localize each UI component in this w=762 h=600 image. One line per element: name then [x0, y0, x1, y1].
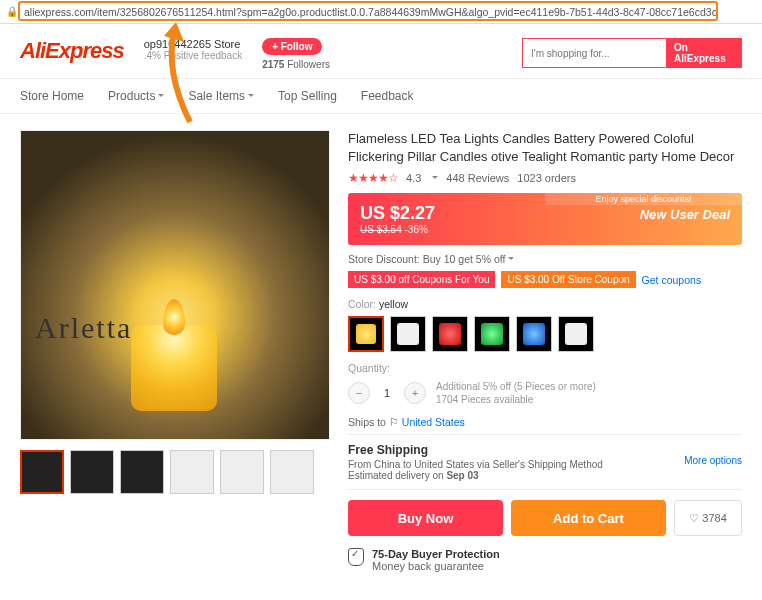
- search-input[interactable]: [523, 39, 666, 67]
- swatch-yellow[interactable]: [348, 316, 384, 352]
- buyer-protection: 75-Day Buyer Protection Money back guara…: [348, 548, 742, 572]
- store-coupon[interactable]: US $3.00 Off Store Coupon: [501, 271, 635, 288]
- main-product-image[interactable]: [20, 130, 330, 440]
- lock-icon: 🔒: [6, 6, 18, 17]
- ships-to[interactable]: Ships to ⚐ United States: [348, 416, 742, 428]
- nav-top-selling[interactable]: Top Selling: [278, 89, 337, 103]
- buy-now-button[interactable]: Buy Now: [348, 500, 503, 536]
- thumbnail-1[interactable]: [20, 450, 64, 494]
- store-discount[interactable]: Store Discount: Buy 10 get 5% off: [348, 253, 742, 265]
- nav-store-home[interactable]: Store Home: [20, 89, 84, 103]
- color-label: Color: yellow: [348, 298, 742, 310]
- thumbnail-4[interactable]: [170, 450, 214, 494]
- quantity-row: − 1 + Additional 5% off (5 Pieces or mor…: [348, 380, 742, 406]
- get-coupons-link[interactable]: Get coupons: [642, 274, 702, 286]
- swatch-clear[interactable]: [558, 316, 594, 352]
- thumbnail-2[interactable]: [70, 450, 114, 494]
- product-title: Flameless LED Tea Lights Candles Battery…: [348, 130, 742, 165]
- search-button[interactable]: On AliExpress: [666, 39, 741, 67]
- store-name[interactable]: op910442265 Store: [144, 38, 242, 50]
- orders-count: 1023 orders: [517, 172, 576, 184]
- wishlist-button[interactable]: ♡ 3784: [674, 500, 742, 536]
- shipping-from: From China to United States via Seller's…: [348, 459, 742, 470]
- star-icons: ★★★★☆: [348, 171, 398, 185]
- search-bar: On AliExpress: [522, 38, 742, 68]
- swatch-green[interactable]: [474, 316, 510, 352]
- thumbnail-5[interactable]: [220, 450, 264, 494]
- shipping-title: Free Shipping: [348, 443, 742, 457]
- quantity-label: Quantity:: [348, 362, 742, 374]
- coupon-for-you[interactable]: US $3.00 off Coupons For You: [348, 271, 495, 288]
- thumbnail-row: [20, 450, 330, 494]
- nav-feedback[interactable]: Feedback: [361, 89, 414, 103]
- thumbnail-6[interactable]: [270, 450, 314, 494]
- rating-value: 4.3: [406, 172, 421, 184]
- qty-note: Additional 5% off (5 Pieces or more)1704…: [436, 380, 596, 406]
- swatch-white[interactable]: [390, 316, 426, 352]
- thumbnail-3[interactable]: [120, 450, 164, 494]
- coupon-row: US $3.00 off Coupons For You US $3.00 Of…: [348, 271, 742, 288]
- store-nav: Store Home Products Sale Items Top Selli…: [0, 78, 762, 114]
- qty-decrease-button[interactable]: −: [348, 382, 370, 404]
- flag-icon: ⚐: [389, 416, 399, 428]
- shipping-box: Free Shipping From China to United State…: [348, 434, 742, 490]
- product-details: Flameless LED Tea Lights Candles Battery…: [348, 130, 742, 572]
- qty-increase-button[interactable]: +: [404, 382, 426, 404]
- more-options-link[interactable]: More options: [684, 455, 742, 466]
- old-price: US $3.54 -36%: [360, 224, 730, 235]
- swatch-red[interactable]: [432, 316, 468, 352]
- nav-sale-items[interactable]: Sale Items: [188, 89, 254, 103]
- rating-caret[interactable]: [429, 172, 438, 184]
- store-info: op910442265 Store .4% Positive feedback: [144, 38, 242, 61]
- shield-icon: [348, 548, 364, 566]
- qty-value: 1: [378, 387, 396, 399]
- nav-products[interactable]: Products: [108, 89, 164, 103]
- price-box: Enjoy special discounts! US $2.27 US $3.…: [348, 193, 742, 245]
- store-feedback: .4% Positive feedback: [144, 50, 242, 61]
- shipping-estimate: Estimated delivery on Sep 03: [348, 470, 742, 481]
- browser-url-bar[interactable]: 🔒 aliexpress.com/item/3256802676511254.h…: [0, 0, 762, 24]
- protection-subtitle: Money back guarantee: [372, 560, 500, 572]
- reviews-link[interactable]: 448 Reviews: [446, 172, 509, 184]
- follow-button[interactable]: + Follow: [262, 38, 322, 55]
- site-header: AliExpress op910442265 Store .4% Positiv…: [0, 24, 762, 78]
- action-row: Buy Now Add to Cart ♡ 3784: [348, 500, 742, 536]
- heart-icon: ♡: [689, 512, 699, 525]
- new-user-deal-badge: New User Deal: [640, 207, 730, 222]
- protection-title: 75-Day Buyer Protection: [372, 548, 500, 560]
- rating-row: ★★★★☆ 4.3 448 Reviews 1023 orders: [348, 171, 742, 185]
- url-text: aliexpress.com/item/3256802676511254.htm…: [24, 6, 717, 18]
- followers-count: 2175 Followers: [262, 59, 330, 70]
- aliexpress-logo[interactable]: AliExpress: [20, 38, 124, 64]
- price-banner: Enjoy special discounts!: [545, 193, 742, 205]
- add-to-cart-button[interactable]: Add to Cart: [511, 500, 666, 536]
- follow-block: + Follow 2175 Followers: [262, 38, 330, 70]
- product-gallery: [20, 130, 330, 572]
- color-swatches: [348, 316, 742, 352]
- swatch-blue[interactable]: [516, 316, 552, 352]
